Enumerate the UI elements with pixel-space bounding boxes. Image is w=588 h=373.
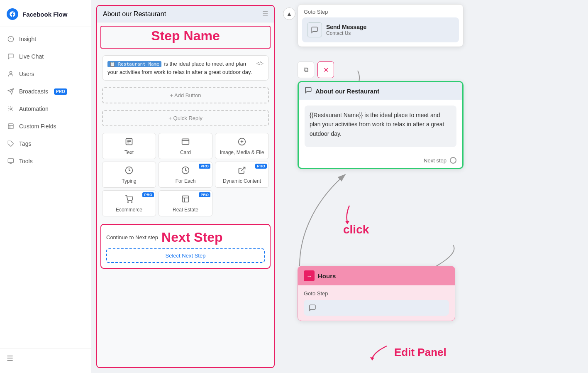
sidebar-title: Facebook Flow — [22, 11, 67, 18]
foreach-pro-badge: PRO — [199, 164, 210, 169]
send-message-body: Send Message Contact Us — [302, 17, 459, 42]
livechat-label: Live Chat — [19, 53, 44, 60]
add-button-label: + Add Button — [170, 92, 201, 98]
select-next-step-btn[interactable]: Select Next Step — [106, 248, 265, 263]
about-card-icon — [305, 86, 312, 96]
card-block-label: Card — [161, 150, 210, 155]
edit-panel: About our Restaurant ☰ Step Name </> 📋 R… — [96, 5, 275, 368]
next-step-area: Continue to Next step Next Step Select N… — [100, 224, 271, 269]
livechat-icon — [7, 52, 15, 61]
hours-icon: → — [304, 270, 315, 281]
typing-block-icon — [105, 166, 153, 177]
quick-reply-label: + Quick Reply — [168, 115, 202, 121]
sidebar-item-tags[interactable]: Tags — [0, 135, 91, 152]
realestate-block-label: Real Estate — [161, 207, 210, 213]
block-grid: Text Card Image, Media & File Typing — [102, 133, 269, 216]
customfields-icon — [7, 122, 15, 130]
about-card-text: {{Restaurant Name}} is the ideal place t… — [305, 106, 456, 147]
sidebar-item-insight[interactable]: Insight — [0, 30, 91, 48]
about-restaurant-card[interactable]: About our Restaurant {{Restaurant Name}}… — [298, 81, 464, 169]
sidebar-item-broadcasts[interactable]: Broadcasts PRO — [0, 83, 91, 100]
svg-point-3 — [10, 71, 12, 74]
tags-label: Tags — [19, 140, 32, 147]
dynamic-pro-badge: PRO — [255, 164, 267, 169]
automation-label: Automation — [19, 106, 49, 112]
up-arrow-button[interactable]: ▲ — [283, 7, 295, 20]
svg-rect-7 — [8, 124, 13, 129]
action-buttons: ⧉ ✕ — [298, 61, 334, 78]
tools-label: Tools — [19, 158, 33, 164]
edit-panel-menu-icon[interactable]: ☰ — [262, 10, 268, 18]
text-block-label: Text — [105, 150, 153, 155]
users-label: Users — [19, 71, 34, 77]
step-name-label: Step Name — [100, 26, 271, 49]
hours-btn-area — [304, 300, 449, 316]
edit-panel-label: Edit Panel — [394, 346, 446, 359]
main-area: About our Restaurant ☰ Step Name </> 📋 R… — [91, 0, 588, 373]
broadcasts-pro-badge: PRO — [54, 88, 67, 95]
ecommerce-pro-badge: PRO — [142, 192, 154, 197]
select-next-step-label: Select Next Step — [166, 253, 206, 259]
restaurant-tag: 📋 Restaurant Name — [107, 61, 161, 67]
block-typing[interactable]: Typing — [102, 162, 156, 188]
copy-button[interactable]: ⧉ — [298, 61, 314, 78]
block-dynamic[interactable]: PRO Dynamic Content — [215, 162, 269, 188]
block-foreach[interactable]: PRO For Each — [159, 162, 212, 188]
block-text[interactable]: Text — [102, 133, 156, 159]
tags-icon — [7, 140, 15, 148]
edit-panel-arrow-svg — [370, 344, 391, 361]
send-message-goto: Goto Step — [298, 5, 463, 17]
image-block-icon — [218, 137, 266, 148]
copy-icon: ⧉ — [304, 66, 308, 74]
sidebar-header: Facebook Flow — [0, 5, 91, 27]
sidebar-item-users[interactable]: Users — [0, 65, 91, 83]
broadcasts-label: Broadcasts — [19, 88, 48, 95]
tools-icon — [7, 157, 15, 165]
svg-point-26 — [128, 202, 129, 203]
sidebar: Facebook Flow Insight Live Chat Users Br… — [0, 0, 91, 373]
block-image[interactable]: Image, Media & File — [215, 133, 269, 159]
sidebar-menu-icon[interactable]: ☰ — [7, 354, 13, 363]
broadcasts-icon — [7, 87, 15, 96]
about-card-footer: Next step — [299, 153, 462, 168]
automation-icon — [7, 105, 15, 113]
svg-point-27 — [132, 202, 132, 203]
add-button-area[interactable]: + Add Button — [102, 87, 269, 103]
code-icon: </> — [256, 60, 264, 67]
sidebar-item-tools[interactable]: Tools — [0, 152, 91, 170]
card-block-icon — [161, 137, 210, 148]
send-message-card[interactable]: Goto Step Send Message Contact Us — [298, 4, 464, 47]
click-arrow-svg — [343, 204, 356, 224]
typing-block-label: Typing — [105, 178, 153, 184]
about-card-title: About our Restaurant — [315, 88, 379, 95]
delete-icon: ✕ — [323, 66, 329, 74]
hours-card-header: → Hours — [298, 266, 455, 285]
customfields-label: Custom Fields — [19, 123, 56, 130]
quick-reply-area[interactable]: + Quick Reply — [102, 110, 269, 126]
next-step-connector[interactable] — [450, 157, 456, 164]
edit-panel-header: About our Restaurant ☰ — [97, 6, 274, 22]
edit-panel-annotation-container: Edit Panel — [370, 344, 446, 361]
svg-marker-31 — [370, 357, 374, 361]
dynamic-block-label: Dynamic Content — [218, 178, 266, 184]
next-step-annotation: Next Step — [161, 230, 223, 245]
continue-to-next-label: Continue to Next step — [106, 234, 158, 240]
sidebar-item-automation[interactable]: Automation — [0, 100, 91, 118]
block-realestate[interactable]: PRO Real Estate — [159, 190, 212, 216]
text-block-icon — [105, 137, 153, 148]
about-next-step-text: Next step — [424, 157, 446, 164]
block-card[interactable]: Card — [159, 133, 212, 159]
image-block-label: Image, Media & File — [218, 150, 266, 155]
delete-button[interactable]: ✕ — [317, 61, 334, 78]
block-ecommerce[interactable]: PRO Ecommerce — [102, 190, 156, 216]
svg-point-6 — [10, 108, 12, 110]
sidebar-item-livechat[interactable]: Live Chat — [0, 48, 91, 65]
sidebar-item-customfields[interactable]: Custom Fields — [0, 118, 91, 135]
hours-goto: Goto Step — [304, 290, 449, 297]
ecommerce-block-label: Ecommerce — [105, 207, 153, 213]
insight-icon — [7, 35, 15, 43]
foreach-block-label: For Each — [161, 178, 210, 184]
click-label: click — [343, 223, 369, 236]
hours-card[interactable]: → Hours Goto Step — [298, 266, 455, 321]
users-icon — [7, 70, 15, 78]
